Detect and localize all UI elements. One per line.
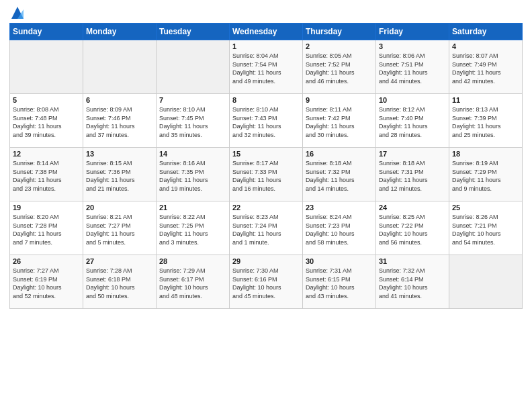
day-cell: 20Sunrise: 8:21 AM Sunset: 7:27 PM Dayli… bbox=[83, 201, 157, 255]
day-cell: 15Sunrise: 8:17 AM Sunset: 7:33 PM Dayli… bbox=[230, 148, 303, 201]
day-info: Sunrise: 8:18 AM Sunset: 7:31 PM Dayligh… bbox=[379, 159, 446, 193]
day-number: 19 bbox=[13, 203, 80, 212]
day-info: Sunrise: 8:23 AM Sunset: 7:24 PM Dayligh… bbox=[232, 213, 300, 246]
day-cell: 10Sunrise: 8:12 AM Sunset: 7:40 PM Dayli… bbox=[376, 94, 449, 148]
day-info: Sunrise: 8:16 AM Sunset: 7:35 PM Dayligh… bbox=[159, 159, 226, 193]
day-cell: 2Sunrise: 8:05 AM Sunset: 7:52 PM Daylig… bbox=[303, 40, 376, 94]
day-cell: 28Sunrise: 7:29 AM Sunset: 6:17 PM Dayli… bbox=[157, 255, 230, 309]
day-number: 12 bbox=[13, 150, 80, 158]
col-header-monday: Monday bbox=[83, 24, 157, 40]
col-header-friday: Friday bbox=[376, 24, 449, 40]
calendar-table: SundayMondayTuesdayWednesdayThursdayFrid… bbox=[9, 23, 523, 309]
calendar-header-row: SundayMondayTuesdayWednesdayThursdayFrid… bbox=[10, 24, 523, 40]
day-cell: 1Sunrise: 8:04 AM Sunset: 7:54 PM Daylig… bbox=[230, 40, 303, 94]
logo bbox=[9, 7, 24, 19]
day-number: 2 bbox=[306, 42, 373, 50]
day-info: Sunrise: 8:05 AM Sunset: 7:52 PM Dayligh… bbox=[306, 52, 373, 85]
day-info: Sunrise: 7:32 AM Sunset: 6:14 PM Dayligh… bbox=[379, 267, 446, 300]
day-number: 28 bbox=[159, 257, 226, 265]
day-info: Sunrise: 8:14 AM Sunset: 7:38 PM Dayligh… bbox=[13, 159, 80, 193]
day-cell: 17Sunrise: 8:18 AM Sunset: 7:31 PM Dayli… bbox=[376, 148, 449, 201]
day-number: 23 bbox=[306, 203, 373, 212]
day-info: Sunrise: 8:12 AM Sunset: 7:40 PM Dayligh… bbox=[379, 105, 446, 139]
day-number: 24 bbox=[379, 203, 446, 212]
day-info: Sunrise: 7:27 AM Sunset: 6:19 PM Dayligh… bbox=[13, 267, 80, 300]
day-number: 11 bbox=[452, 96, 519, 104]
day-cell: 3Sunrise: 8:06 AM Sunset: 7:51 PM Daylig… bbox=[376, 40, 449, 94]
day-info: Sunrise: 8:17 AM Sunset: 7:33 PM Dayligh… bbox=[232, 159, 300, 193]
day-cell: 30Sunrise: 7:31 AM Sunset: 6:15 PM Dayli… bbox=[303, 255, 376, 309]
day-cell bbox=[10, 40, 83, 94]
day-info: Sunrise: 8:24 AM Sunset: 7:23 PM Dayligh… bbox=[306, 213, 373, 246]
day-number: 31 bbox=[379, 257, 446, 265]
day-cell: 27Sunrise: 7:28 AM Sunset: 6:18 PM Dayli… bbox=[83, 255, 157, 309]
day-cell: 5Sunrise: 8:08 AM Sunset: 7:48 PM Daylig… bbox=[10, 94, 83, 148]
week-row-2: 5Sunrise: 8:08 AM Sunset: 7:48 PM Daylig… bbox=[10, 94, 523, 148]
day-cell: 23Sunrise: 8:24 AM Sunset: 7:23 PM Dayli… bbox=[303, 201, 376, 255]
day-number: 18 bbox=[452, 150, 519, 158]
day-info: Sunrise: 8:10 AM Sunset: 7:43 PM Dayligh… bbox=[232, 105, 300, 139]
day-info: Sunrise: 8:19 AM Sunset: 7:29 PM Dayligh… bbox=[452, 159, 519, 193]
day-cell: 13Sunrise: 8:15 AM Sunset: 7:36 PM Dayli… bbox=[83, 148, 157, 201]
logo-icon bbox=[11, 7, 24, 19]
day-info: Sunrise: 8:13 AM Sunset: 7:39 PM Dayligh… bbox=[452, 105, 519, 139]
day-number: 3 bbox=[379, 42, 446, 50]
week-row-1: 1Sunrise: 8:04 AM Sunset: 7:54 PM Daylig… bbox=[10, 40, 523, 94]
day-number: 10 bbox=[379, 96, 446, 104]
day-info: Sunrise: 8:26 AM Sunset: 7:21 PM Dayligh… bbox=[452, 213, 519, 246]
day-number: 16 bbox=[306, 150, 373, 158]
day-info: Sunrise: 8:20 AM Sunset: 7:28 PM Dayligh… bbox=[13, 213, 80, 246]
day-cell: 18Sunrise: 8:19 AM Sunset: 7:29 PM Dayli… bbox=[449, 148, 523, 201]
day-number: 25 bbox=[452, 203, 519, 212]
day-number: 30 bbox=[306, 257, 373, 265]
day-number: 27 bbox=[86, 257, 153, 265]
col-header-thursday: Thursday bbox=[303, 24, 376, 40]
week-row-3: 12Sunrise: 8:14 AM Sunset: 7:38 PM Dayli… bbox=[10, 148, 523, 201]
day-number: 22 bbox=[232, 203, 300, 212]
day-info: Sunrise: 8:21 AM Sunset: 7:27 PM Dayligh… bbox=[86, 213, 153, 246]
day-number: 21 bbox=[159, 203, 226, 212]
day-cell: 25Sunrise: 8:26 AM Sunset: 7:21 PM Dayli… bbox=[449, 201, 523, 255]
day-cell bbox=[157, 40, 230, 94]
day-number: 14 bbox=[159, 150, 226, 158]
calendar-body: 1Sunrise: 8:04 AM Sunset: 7:54 PM Daylig… bbox=[10, 40, 523, 309]
day-info: Sunrise: 8:25 AM Sunset: 7:22 PM Dayligh… bbox=[379, 213, 446, 246]
day-info: Sunrise: 8:04 AM Sunset: 7:54 PM Dayligh… bbox=[232, 52, 300, 85]
day-info: Sunrise: 7:28 AM Sunset: 6:18 PM Dayligh… bbox=[86, 267, 153, 300]
day-cell: 8Sunrise: 8:10 AM Sunset: 7:43 PM Daylig… bbox=[230, 94, 303, 148]
day-number: 7 bbox=[159, 96, 226, 104]
day-info: Sunrise: 8:09 AM Sunset: 7:46 PM Dayligh… bbox=[86, 105, 153, 139]
day-cell: 22Sunrise: 8:23 AM Sunset: 7:24 PM Dayli… bbox=[230, 201, 303, 255]
day-number: 4 bbox=[452, 42, 519, 50]
page: SundayMondayTuesdayWednesdayThursdayFrid… bbox=[0, 0, 532, 411]
day-number: 15 bbox=[232, 150, 300, 158]
day-number: 1 bbox=[232, 42, 300, 50]
day-cell: 16Sunrise: 8:18 AM Sunset: 7:32 PM Dayli… bbox=[303, 148, 376, 201]
day-cell: 24Sunrise: 8:25 AM Sunset: 7:22 PM Dayli… bbox=[376, 201, 449, 255]
day-cell: 9Sunrise: 8:11 AM Sunset: 7:42 PM Daylig… bbox=[303, 94, 376, 148]
day-number: 20 bbox=[86, 203, 153, 212]
day-number: 13 bbox=[86, 150, 153, 158]
day-info: Sunrise: 8:07 AM Sunset: 7:49 PM Dayligh… bbox=[452, 52, 519, 85]
day-cell: 11Sunrise: 8:13 AM Sunset: 7:39 PM Dayli… bbox=[449, 94, 523, 148]
day-number: 5 bbox=[13, 96, 80, 104]
day-number: 8 bbox=[232, 96, 300, 104]
logo-blue bbox=[9, 7, 24, 19]
col-header-wednesday: Wednesday bbox=[230, 24, 303, 40]
day-number: 17 bbox=[379, 150, 446, 158]
week-row-4: 19Sunrise: 8:20 AM Sunset: 7:28 PM Dayli… bbox=[10, 201, 523, 255]
day-info: Sunrise: 8:18 AM Sunset: 7:32 PM Dayligh… bbox=[306, 159, 373, 193]
day-cell: 14Sunrise: 8:16 AM Sunset: 7:35 PM Dayli… bbox=[157, 148, 230, 201]
day-cell: 12Sunrise: 8:14 AM Sunset: 7:38 PM Dayli… bbox=[10, 148, 83, 201]
day-number: 6 bbox=[86, 96, 153, 104]
day-info: Sunrise: 8:08 AM Sunset: 7:48 PM Dayligh… bbox=[13, 105, 80, 139]
day-info: Sunrise: 8:10 AM Sunset: 7:45 PM Dayligh… bbox=[159, 105, 226, 139]
day-info: Sunrise: 8:11 AM Sunset: 7:42 PM Dayligh… bbox=[306, 105, 373, 139]
day-info: Sunrise: 7:31 AM Sunset: 6:15 PM Dayligh… bbox=[306, 267, 373, 300]
day-info: Sunrise: 7:30 AM Sunset: 6:16 PM Dayligh… bbox=[232, 267, 300, 300]
day-cell: 6Sunrise: 8:09 AM Sunset: 7:46 PM Daylig… bbox=[83, 94, 157, 148]
col-header-saturday: Saturday bbox=[449, 24, 523, 40]
col-header-sunday: Sunday bbox=[10, 24, 83, 40]
day-number: 26 bbox=[13, 257, 80, 265]
day-info: Sunrise: 8:22 AM Sunset: 7:25 PM Dayligh… bbox=[159, 213, 226, 246]
